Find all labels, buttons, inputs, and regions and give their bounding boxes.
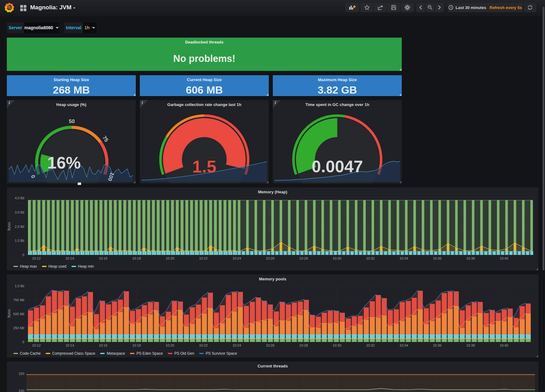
svg-text:10:20: 10:20 [166, 256, 174, 260]
svg-text:10:12: 10:12 [32, 256, 41, 260]
svg-text:10:36: 10:36 [433, 256, 442, 260]
svg-text:10:36: 10:36 [433, 344, 442, 347]
svg-text:10:30: 10:30 [333, 344, 341, 347]
svg-text:75: 75 [101, 135, 109, 143]
svg-text:10:14: 10:14 [66, 344, 74, 347]
svg-text:10:38: 10:38 [466, 256, 475, 260]
svg-text:10:24: 10:24 [232, 344, 241, 347]
svg-text:0.0047: 0.0047 [312, 157, 363, 176]
svg-text:0: 0 [22, 253, 24, 257]
svg-text:10:24: 10:24 [232, 256, 241, 260]
svg-text:Bytes: Bytes [7, 309, 11, 318]
svg-text:100: 100 [19, 389, 24, 392]
svg-text:500 Mil: 500 Mil [13, 312, 24, 316]
svg-text:10:12: 10:12 [32, 344, 41, 347]
svg-text:1.0 Bil: 1.0 Bil [15, 239, 24, 242]
svg-text:250 Mil: 250 Mil [13, 326, 24, 330]
svg-text:10:40: 10:40 [500, 344, 508, 347]
svg-text:10:34: 10:34 [400, 256, 408, 260]
svg-text:10:32: 10:32 [366, 256, 375, 260]
svg-text:10:18: 10:18 [132, 344, 141, 347]
svg-text:16%: 16% [47, 153, 81, 172]
svg-text:10:38: 10:38 [466, 344, 475, 347]
svg-text:Bytes: Bytes [7, 222, 11, 231]
svg-text:10:40: 10:40 [500, 256, 508, 260]
svg-text:4.0 Bil: 4.0 Bil [15, 196, 24, 200]
svg-text:10:32: 10:32 [366, 344, 375, 347]
svg-text:150: 150 [19, 372, 24, 376]
svg-text:10:26: 10:26 [266, 256, 275, 260]
svg-text:10:22: 10:22 [199, 344, 208, 347]
svg-text:0: 0 [22, 340, 24, 344]
svg-text:10:18: 10:18 [132, 256, 141, 260]
svg-text:750 Mil: 750 Mil [13, 298, 24, 302]
svg-text:10:26: 10:26 [266, 344, 275, 347]
svg-text:2.0 Bil: 2.0 Bil [15, 225, 24, 228]
svg-text:10:16: 10:16 [99, 344, 108, 347]
svg-text:10:14: 10:14 [66, 256, 74, 260]
svg-text:3.0 Bil: 3.0 Bil [15, 210, 24, 214]
svg-text:10:30: 10:30 [333, 256, 341, 260]
svg-text:50: 50 [69, 118, 75, 124]
svg-text:10:28: 10:28 [299, 344, 308, 347]
svg-text:10:28: 10:28 [299, 256, 308, 260]
svg-text:1.5: 1.5 [192, 157, 217, 176]
svg-text:10:34: 10:34 [400, 344, 408, 347]
svg-text:10:20: 10:20 [166, 344, 174, 347]
svg-text:10:22: 10:22 [199, 256, 208, 260]
svg-text:1.0 Bil: 1.0 Bil [15, 284, 24, 288]
svg-text:10:16: 10:16 [99, 256, 108, 260]
